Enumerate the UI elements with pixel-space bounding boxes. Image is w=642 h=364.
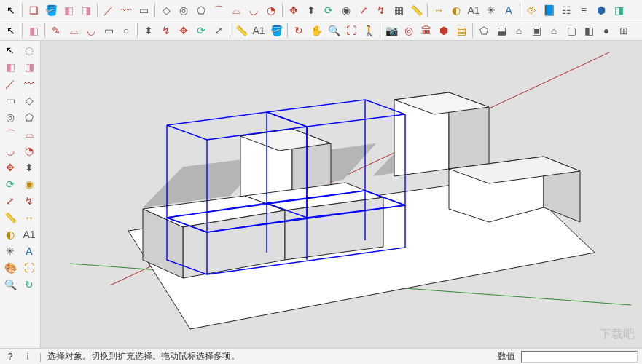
iso-icon[interactable]: ⬠ (476, 23, 492, 39)
dimension2-icon[interactable]: ↔ (20, 210, 38, 226)
orbit2-icon[interactable]: ↻ (20, 277, 38, 293)
arc4-icon[interactable]: ⌓ (66, 23, 82, 39)
arc3-icon[interactable]: ◡ (246, 2, 262, 18)
arc7-icon[interactable]: ◡ (1, 143, 19, 159)
person-icon[interactable]: 🚶 (361, 23, 377, 39)
pie2-icon[interactable]: ◔ (20, 143, 38, 159)
offset-icon[interactable]: ↯ (373, 2, 389, 18)
move-tool-icon[interactable]: ✥ (1, 159, 19, 175)
offset3-icon[interactable]: ↯ (20, 193, 38, 209)
paint2-icon[interactable]: 🪣 (268, 23, 284, 39)
zoom2-icon[interactable]: 🔍 (1, 277, 19, 293)
rotrect-icon[interactable]: ◇ (20, 92, 38, 108)
status-icon-help[interactable]: ? (4, 351, 16, 363)
pushpull3-icon[interactable]: ⬍ (20, 159, 38, 175)
front-icon[interactable]: ⌂ (511, 23, 527, 39)
back-icon[interactable]: ⌂ (546, 23, 562, 39)
pencil-icon[interactable]: ✎ (48, 23, 64, 39)
freehand2-icon[interactable]: 〰 (20, 76, 38, 92)
arc-icon[interactable]: ⌒ (211, 2, 227, 18)
pushpull2-icon[interactable]: ⬍ (141, 23, 157, 39)
viewport-3d[interactable]: 下载吧 (41, 41, 642, 348)
shaded-icon[interactable]: ● (598, 23, 614, 39)
polygon-icon[interactable]: ⬠ (193, 2, 209, 18)
text3-icon[interactable]: A1 (20, 226, 38, 242)
section2-icon[interactable]: 🎨 (1, 260, 19, 276)
pushpull-icon[interactable]: ⬍ (303, 2, 319, 18)
arc5-icon[interactable]: ◡ (83, 23, 99, 39)
rotated-rect-icon[interactable]: ◇ (158, 2, 174, 18)
rect2-icon[interactable]: ▭ (101, 23, 117, 39)
circle-tool-icon[interactable]: ◎ (1, 109, 19, 125)
warehouse-icon[interactable]: 🏛 (418, 23, 434, 39)
offset2-icon[interactable]: ↯ (158, 23, 174, 39)
text-icon[interactable]: A1 (466, 2, 482, 18)
right-icon[interactable]: ▣ (528, 23, 544, 39)
left-icon[interactable]: ▢ (563, 23, 579, 39)
circle2-icon[interactable]: ○ (118, 23, 134, 39)
wireframe-icon[interactable]: ⊞ (616, 23, 632, 39)
axes2-icon[interactable]: ✳ (1, 243, 19, 259)
followme2-icon[interactable]: ◉ (20, 176, 38, 192)
model-info-icon[interactable]: 📘 (541, 2, 557, 18)
top-icon[interactable]: ⬓ (493, 23, 509, 39)
arc-tool-icon[interactable]: ⌒ (1, 126, 19, 142)
select-icon[interactable]: ↖ (3, 2, 19, 18)
extension-icon[interactable]: ⬢ (593, 2, 609, 18)
line-tool-icon[interactable]: ／ (1, 76, 19, 92)
rotate-icon[interactable]: ⟳ (321, 2, 337, 18)
target-icon[interactable]: ◎ (401, 23, 417, 39)
zoom-icon[interactable]: 🔍 (326, 23, 342, 39)
group-icon[interactable]: ▦ (391, 2, 407, 18)
protractor-icon[interactable]: ◐ (448, 2, 464, 18)
tape2-icon[interactable]: 📏 (233, 23, 249, 39)
eraser-icon[interactable]: ◧ (60, 2, 77, 18)
warning-icon[interactable]: ⯑ (523, 2, 539, 18)
layers-icon[interactable]: ≡ (576, 2, 592, 18)
select2-icon[interactable]: ↖ (3, 23, 19, 39)
polygon2-icon[interactable]: ⬠ (20, 109, 38, 125)
scale3-icon[interactable]: ⤢ (1, 193, 19, 209)
status-icon-info[interactable]: i (22, 351, 34, 363)
paint-bucket-icon[interactable]: 🪣 (43, 2, 59, 18)
followme-icon[interactable]: ◉ (338, 2, 354, 18)
line-icon[interactable]: ／ (101, 2, 117, 18)
arc6-icon[interactable]: ⌓ (20, 126, 38, 142)
dimension-icon[interactable]: ↔ (431, 2, 447, 18)
protractor2-icon[interactable]: ◐ (1, 226, 19, 242)
monochrome-icon[interactable]: ◧ (581, 23, 597, 39)
scale2-icon[interactable]: ⤢ (211, 23, 227, 39)
layout-icon[interactable]: ▤ (453, 23, 469, 39)
section3-icon[interactable]: ⛶ (20, 260, 38, 276)
freehand-icon[interactable]: 〰 (118, 2, 134, 18)
measure-icon[interactable]: 📏 (408, 2, 424, 18)
rotate3-icon[interactable]: ⟳ (1, 176, 19, 192)
axes-icon[interactable]: ✳ (483, 2, 499, 18)
3dtext2-icon[interactable]: A (20, 243, 38, 259)
select-tool-icon[interactable]: ↖ (1, 42, 19, 58)
tape3-icon[interactable]: 📏 (1, 210, 19, 226)
text2-icon[interactable]: A1 (251, 23, 267, 39)
circle-icon[interactable]: ◎ (176, 2, 192, 18)
make-component-icon[interactable]: ❏ (26, 2, 42, 18)
rect-tool-icon[interactable]: ▭ (1, 92, 19, 108)
orbit-icon[interactable]: ↻ (291, 23, 307, 39)
rectangle-icon[interactable]: ▭ (136, 2, 152, 18)
camera-icon[interactable]: 📷 (383, 23, 399, 39)
outliner-icon[interactable]: ☷ (558, 2, 574, 18)
lasso-icon[interactable]: ◌ (20, 42, 38, 58)
3dtext-icon[interactable]: A (501, 2, 517, 18)
pan-icon[interactable]: ✋ (308, 23, 324, 39)
eraser4-icon[interactable]: ◨ (20, 59, 38, 75)
eraser2-icon[interactable]: ◨ (78, 2, 94, 18)
eraser3-icon[interactable]: ◧ (26, 23, 42, 39)
move-icon[interactable]: ✥ (286, 2, 302, 18)
extwarehouse-icon[interactable]: ⬢ (436, 23, 452, 39)
zoom-extents-icon[interactable]: ⛶ (343, 23, 359, 39)
pie-icon[interactable]: ◔ (263, 2, 279, 18)
arc2-icon[interactable]: ⌓ (228, 2, 244, 18)
section-plane-icon[interactable]: ◨ (611, 2, 627, 18)
eraser-tool-icon[interactable]: ◧ (1, 59, 19, 75)
dims-input[interactable] (521, 351, 638, 363)
move2-icon[interactable]: ✥ (176, 23, 192, 39)
